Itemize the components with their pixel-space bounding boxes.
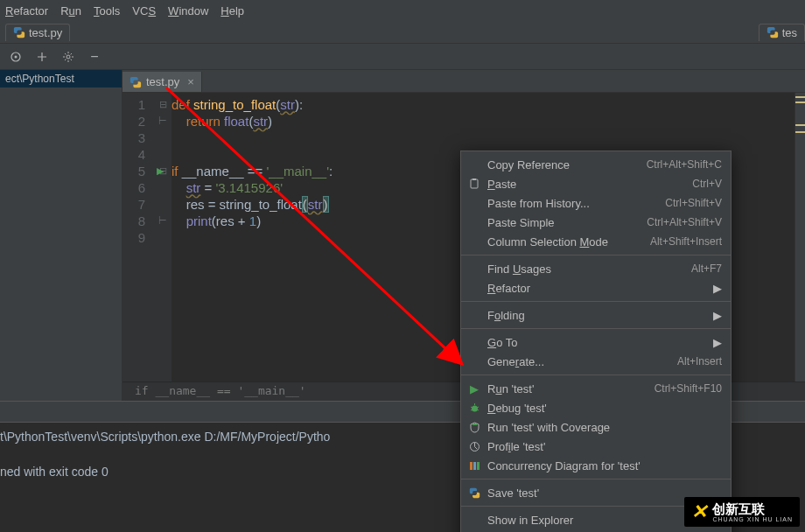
project-toolbar: − <box>0 44 805 70</box>
line-number: 2 <box>122 113 145 130</box>
watermark-logo: ✕ <box>691 500 707 523</box>
locate-icon[interactable] <box>9 50 23 64</box>
fold-marker[interactable]: ⊟ <box>154 96 172 113</box>
menu-refactor[interactable]: Refactor▶ <box>461 278 731 298</box>
menu-window[interactable]: Window <box>168 4 208 18</box>
menu-paste-history[interactable]: Paste from History...Ctrl+Shift+V <box>461 193 731 213</box>
editor-tab-label: test.py <box>146 75 179 88</box>
editor-tab-test[interactable]: test.py × <box>122 72 202 92</box>
menu-concurrency[interactable]: Concurrency Diagram for 'test' <box>461 456 731 475</box>
fold-end: ⊢ <box>154 113 172 130</box>
console-line: t\PythonTest\venv\Scripts\python.exe D:/… <box>0 430 330 444</box>
menu-run-coverage[interactable]: Run 'test' with Coverage <box>461 417 731 437</box>
editor-context-menu: Copy ReferenceCtrl+Alt+Shift+C PasteCtrl… <box>460 150 732 532</box>
project-sidebar: ect\PythonTest <box>0 70 122 401</box>
svg-point-5 <box>472 405 478 411</box>
menu-goto[interactable]: Go To▶ <box>461 332 731 352</box>
close-icon[interactable]: × <box>187 75 194 88</box>
console-line: ned with exit code 0 <box>0 465 108 479</box>
clipboard-icon <box>468 178 480 190</box>
menu-debug-test[interactable]: Debug 'test' <box>461 398 731 417</box>
coverage-icon <box>468 421 480 433</box>
line-number: 1 <box>122 96 145 113</box>
menu-folding[interactable]: Folding▶ <box>461 305 731 325</box>
fold-column: ⊟ ⊢ ▶⊟ ⊢ <box>154 93 172 382</box>
svg-rect-3 <box>471 179 478 188</box>
line-number: 4 <box>122 146 145 163</box>
python-file-icon <box>13 26 25 38</box>
profile-icon <box>468 440 480 452</box>
menu-paste-simple[interactable]: Paste SimpleCtrl+Alt+Shift+V <box>461 213 731 232</box>
svg-rect-9 <box>477 462 480 470</box>
menu-generate[interactable]: Generate...Alt+Insert <box>461 352 731 371</box>
run-icon: ▶ <box>468 382 480 395</box>
menu-copy-reference[interactable]: Copy ReferenceCtrl+Alt+Shift+C <box>461 155 731 174</box>
concurrency-icon <box>468 459 480 472</box>
python-file-icon <box>468 486 480 499</box>
python-file-icon <box>130 76 142 88</box>
tabstrip: test.py tes <box>0 21 805 44</box>
bug-icon <box>468 402 480 414</box>
menu-refactor[interactable]: Refactor <box>5 4 48 18</box>
menu-find-usages[interactable]: Find UsagesAlt+F7 <box>461 259 731 278</box>
svg-point-2 <box>66 55 70 59</box>
svg-rect-8 <box>473 462 476 470</box>
editor-tabstrip: test.py × <box>122 70 805 93</box>
sidebar-project-root[interactable]: ect\PythonTest <box>0 70 122 88</box>
file-tab-right[interactable]: tes <box>759 24 805 41</box>
menu-tools[interactable]: Tools <box>94 4 120 18</box>
collapse-icon[interactable] <box>35 50 49 64</box>
line-number: 8 <box>122 213 145 229</box>
watermark: ✕ 创新互联 CHUANG XIN HU LIAN <box>684 497 800 527</box>
watermark-sub: CHUANG XIN HU LIAN <box>712 516 793 522</box>
gear-icon[interactable] <box>61 50 75 64</box>
menu-help[interactable]: Help <box>220 4 244 18</box>
python-file-icon <box>766 26 779 38</box>
file-tab-label: test.py <box>29 26 62 39</box>
fold-end: ⊢ <box>154 213 172 229</box>
editor-scrollbar[interactable] <box>794 93 805 382</box>
hide-icon[interactable]: − <box>88 50 102 64</box>
line-number: 7 <box>122 196 145 213</box>
run-gutter-icon[interactable]: ▶ <box>157 163 164 179</box>
line-number: 6 <box>122 179 145 196</box>
line-number: 9 <box>122 229 145 246</box>
menu-run-test[interactable]: ▶Run 'test'Ctrl+Shift+F10 <box>461 379 731 398</box>
file-tab-right-label: tes <box>782 26 797 39</box>
svg-rect-4 <box>472 178 476 180</box>
svg-rect-7 <box>470 462 472 470</box>
menu-run[interactable]: Run <box>60 4 81 18</box>
file-tab-test[interactable]: test.py <box>5 24 70 41</box>
line-number: 5 <box>122 163 145 179</box>
menu-column-selection[interactable]: Column Selection ModeAlt+Shift+Insert <box>461 232 731 251</box>
menu-paste[interactable]: PasteCtrl+V <box>461 174 731 193</box>
menu-vcs[interactable]: VCS <box>132 4 156 18</box>
line-gutter: 1 2 3 4 5 6 7 8 9 <box>122 93 154 382</box>
line-number: 3 <box>122 130 145 146</box>
menu-profile-test[interactable]: Profile 'test' <box>461 437 731 456</box>
menubar: Refactor Run Tools VCS Window Help <box>0 0 805 21</box>
svg-point-1 <box>15 55 18 58</box>
